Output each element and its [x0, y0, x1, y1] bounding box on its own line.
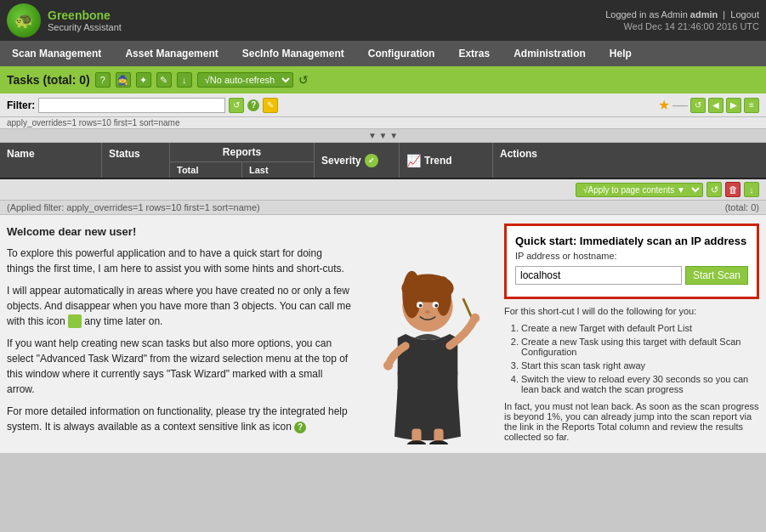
filter-label: Filter:: [7, 99, 35, 111]
welcome-para2: I will appear automatically in areas whe…: [7, 283, 351, 329]
nav-secinfo-management[interactable]: SecInfo Management: [230, 41, 356, 66]
step-1: Create a new Target with default Port Li…: [521, 323, 759, 333]
refresh-select[interactable]: √No auto-refresh: [197, 72, 293, 88]
nav-help[interactable]: Help: [598, 41, 644, 66]
filter-apply-icon[interactable]: ↺: [229, 98, 244, 113]
trend-graph-icon: 📈: [406, 154, 421, 167]
filter-list-icon[interactable]: ≡: [744, 98, 759, 113]
welcome-section: Welcome dear new user! To explore this p…: [7, 224, 351, 444]
nav-extras[interactable]: Extras: [446, 41, 502, 66]
start-scan-button[interactable]: Start Scan: [685, 266, 748, 285]
svg-point-12: [407, 440, 426, 444]
filter-next-icon[interactable]: ▶: [726, 98, 741, 113]
quick-scan-list: Create a new Target with default Port Li…: [521, 323, 759, 394]
page-title: Tasks (total: 0): [7, 73, 90, 87]
th-reports-label: Reports: [170, 143, 314, 162]
login-text: Logged in as Admin: [605, 9, 688, 20]
svg-point-7: [419, 304, 423, 308]
quick-scan-title: Quick start: Immediately scan an IP addr…: [515, 235, 748, 247]
datetime: Wed Dec 14 21:46:00 2016 UTC: [605, 21, 759, 31]
quick-scan-subtitle: IP address or hostname:: [515, 251, 748, 261]
edit-icon[interactable]: ✎: [156, 72, 172, 88]
svg-point-15: [470, 314, 479, 323]
top-right: Logged in as Admin admin | Logout Wed De…: [605, 9, 759, 31]
wizard-inline-icon: [68, 314, 82, 328]
svg-point-8: [434, 304, 438, 308]
quick-scan-input[interactable]: [515, 266, 682, 285]
th-trend[interactable]: 📈 Trend: [400, 143, 493, 178]
nav-bar: Scan Management Asset Management SecInfo…: [0, 41, 766, 66]
help-inline-icon[interactable]: ?: [294, 422, 306, 433]
login-info: Logged in as Admin admin | Logout: [605, 9, 759, 20]
info-row: (Applied filter: apply_overrides=1 rows=…: [0, 201, 766, 215]
welcome-para4: For more detailed information on functio…: [7, 404, 351, 434]
filter-right: ★ — ↺ ◀ ▶ ≡: [658, 96, 759, 114]
svg-point-4: [435, 276, 451, 315]
svg-point-9: [425, 310, 430, 314]
filter-star-icon[interactable]: ★: [658, 97, 670, 113]
quick-scan-row: Start Scan: [515, 266, 748, 285]
welcome-para1: To explore this powerful application and…: [7, 246, 351, 276]
nav-configuration[interactable]: Configuration: [356, 41, 447, 66]
new-task-icon[interactable]: ✦: [136, 72, 151, 88]
welcome-text: To explore this powerful application and…: [7, 246, 351, 434]
logo-sub: Security Assistant: [48, 22, 122, 32]
welcome-title: Welcome dear new user!: [7, 224, 351, 241]
svg-point-13: [429, 440, 448, 444]
logo-icon: 🐢: [7, 3, 41, 37]
th-reports-sub: Total Last: [170, 162, 314, 178]
th-reports-total[interactable]: Total: [170, 162, 242, 178]
welcome-para3: If you want help creating new scan tasks…: [7, 336, 351, 397]
refresh-icon[interactable]: ↺: [298, 73, 309, 87]
nav-administration[interactable]: Administration: [502, 41, 598, 66]
svg-point-16: [383, 361, 393, 371]
filter-applied: apply_overrides=1 rows=10 first=1 sort=n…: [0, 117, 766, 129]
filter-help-icon[interactable]: ?: [247, 99, 259, 111]
quick-scan-section: Quick start: Immediately scan an IP addr…: [504, 224, 759, 444]
page-title-bar: Tasks (total: 0) ? 🧙 ✦ ✎ ↓ √No auto-refr…: [0, 66, 766, 93]
th-status[interactable]: Status: [102, 143, 170, 178]
step-3: Start this scan task right away: [521, 360, 759, 371]
table-header: Name Status Reports Total Last Severity …: [0, 143, 766, 179]
download-icon[interactable]: ↓: [177, 72, 192, 88]
table-actions-row: √Apply to page contents ▼ ↺ 🗑 ↓: [0, 179, 766, 201]
sort-bar: ▼ ▼ ▼: [0, 129, 766, 143]
step-4: Switch the view to reload every 30 secon…: [521, 374, 759, 394]
info-right: (total: 0): [725, 202, 759, 212]
apply-to-contents-select[interactable]: √Apply to page contents ▼: [576, 183, 703, 197]
th-reports-last[interactable]: Last: [242, 162, 314, 178]
wizard-icon[interactable]: 🧙: [116, 72, 131, 88]
mascot-svg: [368, 224, 487, 444]
filter-input[interactable]: [38, 98, 225, 113]
delete-selected-icon[interactable]: 🗑: [725, 182, 740, 197]
step-2: Create a new Task using this target with…: [521, 337, 759, 357]
top-header: 🐢 Greenbone Security Assistant Logged in…: [0, 0, 766, 41]
quick-scan-desc: For this short-cut I will do the followi…: [504, 306, 759, 316]
quick-scan-note: In fact, you must not lean back. As soon…: [504, 401, 759, 442]
filter-separator: —: [672, 96, 688, 114]
main-content: Welcome dear new user! To explore this p…: [0, 215, 766, 453]
th-severity[interactable]: Severity ✓: [315, 143, 400, 178]
quick-scan-box: Quick start: Immediately scan an IP addr…: [504, 224, 759, 299]
th-name[interactable]: Name: [0, 143, 102, 178]
info-left: (Applied filter: apply_overrides=1 rows=…: [7, 202, 260, 212]
nav-asset-management[interactable]: Asset Management: [113, 41, 230, 66]
filter-bar: Filter: ↺ ? ✎ ★ — ↺ ◀ ▶ ≡: [0, 93, 766, 117]
logout-link[interactable]: Logout: [730, 9, 759, 20]
filter-refresh2-icon[interactable]: ↺: [690, 98, 706, 113]
login-user: admin: [690, 9, 718, 20]
mascot-area: [360, 224, 496, 444]
logo-area: 🐢 Greenbone Security Assistant: [7, 3, 122, 37]
filter-prev-icon[interactable]: ◀: [708, 98, 723, 113]
svg-point-3: [402, 271, 421, 319]
th-reports: Reports Total Last: [170, 143, 315, 178]
apply-refresh-icon[interactable]: ↺: [706, 182, 722, 197]
export-icon[interactable]: ↓: [744, 182, 759, 197]
filter-edit-icon[interactable]: ✎: [263, 98, 278, 113]
logo-name: Greenbone: [48, 8, 122, 22]
help-icon[interactable]: ?: [95, 72, 111, 88]
th-actions: Actions: [493, 143, 766, 178]
nav-scan-management[interactable]: Scan Management: [0, 41, 113, 66]
logo-text: Greenbone Security Assistant: [48, 8, 122, 32]
severity-icon: ✓: [365, 154, 378, 167]
